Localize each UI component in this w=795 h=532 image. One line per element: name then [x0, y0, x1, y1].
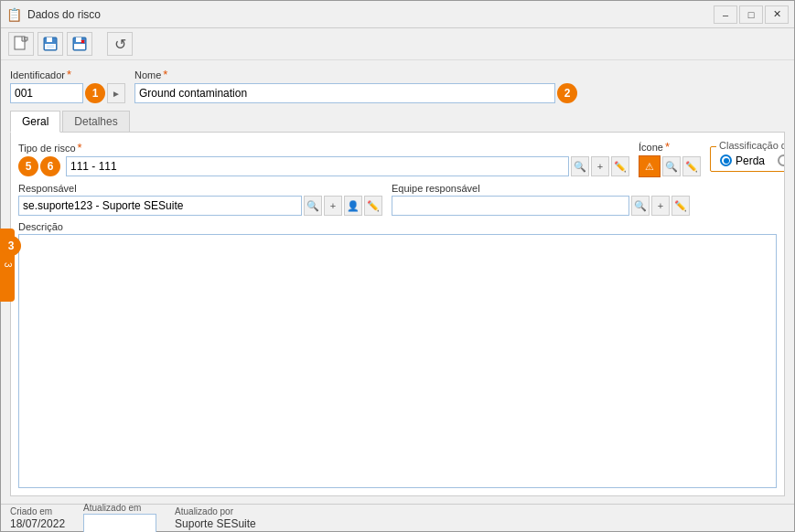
- responsible-row: Responsável 🔍 + 👤 ✏️ Equipe responsáve: [18, 183, 777, 216]
- required-mark: *: [67, 68, 71, 81]
- team-label: Equipe responsável: [392, 183, 777, 194]
- icone-search-button[interactable]: 🔍: [662, 156, 681, 176]
- updated-field: Atualizado em: [83, 503, 156, 533]
- risk-type-row: Tipo de risco * 5 6 🔍 + ✏️: [18, 140, 777, 177]
- responsible-add-button[interactable]: +: [324, 196, 342, 216]
- title-bar: 📋 Dados do risco – □ ✕: [1, 1, 794, 28]
- id-nav-button[interactable]: ►: [107, 83, 125, 103]
- new-button[interactable]: [8, 32, 34, 56]
- required-mark-2: *: [163, 68, 167, 81]
- close-button[interactable]: ✕: [765, 5, 789, 24]
- badge-2: 2: [557, 83, 577, 103]
- responsible-input-row: 🔍 + 👤 ✏️: [18, 196, 382, 216]
- svg-rect-4: [47, 37, 52, 42]
- responsible-search-button[interactable]: 🔍: [304, 196, 322, 216]
- tab-content-geral: Tipo de risco * 5 6 🔍 + ✏️: [10, 133, 785, 496]
- nome-group: Nome * 2: [134, 68, 785, 103]
- team-search-button[interactable]: 🔍: [631, 196, 650, 216]
- identificador-group: Identificador * 1 ►: [10, 68, 125, 103]
- description-label: Descrição: [18, 221, 777, 232]
- description-area: Descrição: [18, 221, 777, 488]
- tabs-container: Geral Detalhes Tipo de risco * 5 6: [10, 109, 785, 496]
- risk-type-add-button[interactable]: +: [591, 156, 609, 176]
- tab-geral[interactable]: Geral: [10, 111, 60, 133]
- risk-type-input-row: 5 6 🔍 + ✏️: [18, 156, 629, 176]
- nome-input[interactable]: [134, 83, 555, 103]
- new-icon: [13, 36, 29, 52]
- updated-by-label: Atualizado por: [175, 506, 256, 516]
- icone-input-row: ⚠ 🔍 ✏️: [639, 155, 701, 177]
- nome-input-row: 2: [134, 83, 785, 103]
- responsible-label: Responsável: [18, 183, 382, 194]
- badge-1: 1: [85, 83, 105, 103]
- updated-by-value: Suporte SESuite: [175, 517, 256, 530]
- radio-perda[interactable]: Perda: [720, 154, 765, 167]
- team-input[interactable]: [392, 196, 629, 216]
- radio-oportunidade-circle: [778, 154, 785, 166]
- status-bar: Criado em 18/07/2022 Atualizado em Atual…: [1, 504, 794, 531]
- updated-by-field: Atualizado por Suporte SESuite: [175, 506, 256, 530]
- svg-rect-8: [76, 37, 81, 42]
- updated-input[interactable]: [83, 514, 156, 533]
- tab-detalhes[interactable]: Detalhes: [62, 111, 129, 132]
- classification-group: Classificação do risco 4 Perda: [710, 146, 785, 172]
- team-input-row: 🔍 + ✏️: [392, 196, 777, 216]
- header-fields: Identificador * 1 ► Nome * 2: [10, 68, 785, 103]
- identificador-label: Identificador *: [10, 68, 125, 81]
- responsible-input[interactable]: [18, 196, 302, 216]
- title-bar-left: 📋 Dados do risco: [6, 7, 101, 22]
- classification-title: Classificação do risco: [716, 140, 785, 151]
- radio-group: Perda Oportunidade: [720, 151, 785, 167]
- svg-rect-2: [25, 37, 27, 40]
- created-field: Criado em 18/07/2022: [10, 506, 65, 530]
- classification-box: Classificação do risco 4 Perda: [710, 146, 785, 172]
- tabs-header: Geral Detalhes: [10, 109, 785, 133]
- icone-group: Ícone * ⚠ 🔍 ✏️: [639, 140, 701, 177]
- radio-perda-dot: [724, 158, 729, 164]
- icone-edit-button[interactable]: ✏️: [682, 156, 701, 176]
- responsible-user-button[interactable]: 👤: [344, 196, 362, 216]
- responsible-group: Responsável 🔍 + 👤 ✏️: [18, 183, 382, 216]
- svg-rect-9: [74, 44, 85, 49]
- main-window: 📋 Dados do risco – □ ✕: [0, 0, 795, 532]
- minimize-button[interactable]: –: [714, 5, 737, 24]
- toolbar: ↺: [1, 28, 794, 60]
- nome-label: Nome *: [134, 68, 785, 81]
- refresh-button[interactable]: ↺: [107, 32, 133, 56]
- sidebar-arrow[interactable]: 3: [0, 229, 15, 302]
- window-title: Dados do risco: [27, 8, 101, 21]
- risk-type-input[interactable]: [66, 156, 569, 176]
- identificador-input[interactable]: [10, 83, 83, 103]
- risk-type-label: Tipo de risco *: [18, 141, 629, 154]
- content: Identificador * 1 ► Nome * 2: [1, 60, 794, 504]
- created-label: Criado em: [10, 506, 65, 516]
- radio-oportunidade[interactable]: Oportunidade: [778, 154, 785, 167]
- save-close-icon: [71, 36, 88, 52]
- created-value: 18/07/2022: [10, 517, 65, 530]
- risk-type-group: Tipo de risco * 5 6 🔍 + ✏️: [18, 141, 629, 176]
- radio-perda-label: Perda: [736, 154, 765, 167]
- description-textarea[interactable]: [18, 234, 777, 488]
- responsible-edit-button[interactable]: ✏️: [364, 196, 382, 216]
- maximize-button[interactable]: □: [739, 5, 763, 24]
- team-edit-button[interactable]: ✏️: [671, 196, 690, 216]
- title-controls: – □ ✕: [714, 5, 789, 24]
- team-group: Equipe responsável 🔍 + ✏️: [392, 183, 777, 216]
- icone-icon: ⚠: [645, 161, 654, 173]
- icone-label: Ícone *: [639, 140, 701, 154]
- save-close-button[interactable]: [67, 32, 92, 56]
- badge-5: 5: [18, 156, 38, 176]
- icone-orange-btn[interactable]: ⚠: [639, 155, 661, 177]
- svg-rect-6: [47, 45, 54, 48]
- badge-3: 3: [3, 262, 13, 268]
- badge-6: 6: [40, 156, 60, 176]
- identificador-input-row: 1 ►: [10, 83, 125, 103]
- save-button[interactable]: [38, 32, 63, 56]
- window-icon: 📋: [6, 7, 22, 22]
- save-icon: [42, 36, 59, 52]
- updated-label: Atualizado em: [83, 503, 156, 513]
- radio-perda-circle: [720, 154, 732, 166]
- risk-type-search-button[interactable]: 🔍: [571, 156, 589, 176]
- team-add-button[interactable]: +: [651, 196, 670, 216]
- risk-type-edit-button[interactable]: ✏️: [611, 156, 629, 176]
